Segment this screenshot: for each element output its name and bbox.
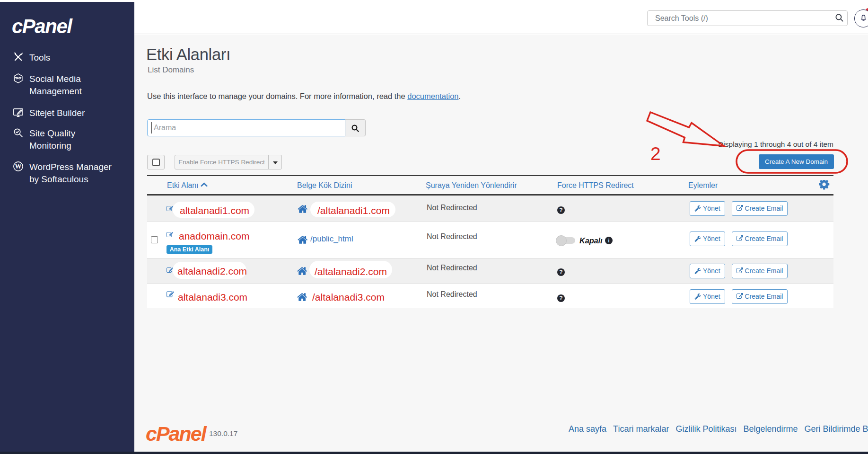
svg-text:W: W xyxy=(15,162,22,170)
